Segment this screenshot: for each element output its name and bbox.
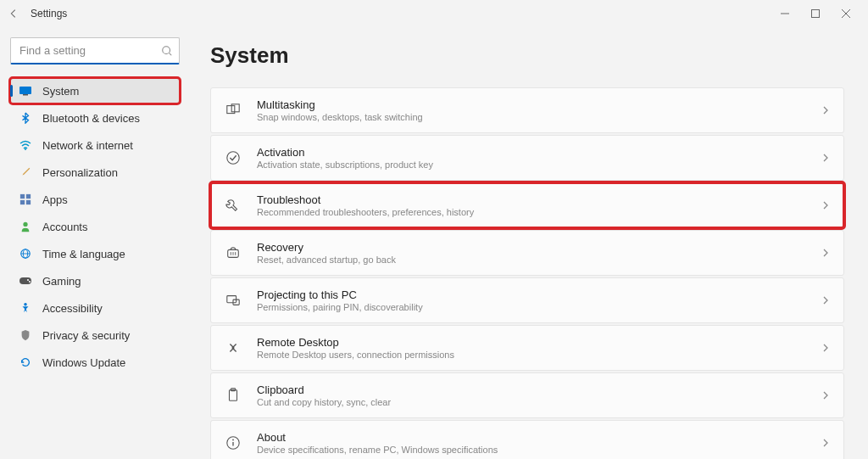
page-title: System bbox=[210, 42, 844, 69]
sidebar-item-label: Gaming bbox=[42, 275, 81, 288]
sidebar-item-label: Apps bbox=[42, 193, 68, 206]
chevron-right-icon bbox=[821, 390, 830, 400]
brush-icon bbox=[19, 165, 32, 179]
svg-rect-10 bbox=[26, 194, 31, 199]
setting-desc: Device specifications, rename PC, Window… bbox=[257, 445, 806, 455]
accessibility-icon bbox=[19, 301, 32, 315]
setting-row-troubleshoot[interactable]: TroubleshootRecommended troubleshooters,… bbox=[210, 182, 844, 228]
sidebar-item-bluetooth-devices[interactable]: Bluetooth & devices bbox=[10, 105, 180, 131]
svg-rect-12 bbox=[26, 200, 31, 204]
recovery-icon bbox=[225, 244, 242, 261]
sidebar-item-label: Accessibility bbox=[42, 302, 103, 315]
sidebar-item-label: Network & internet bbox=[42, 139, 133, 152]
setting-row-clipboard[interactable]: ClipboardCut and copy history, sync, cle… bbox=[210, 372, 844, 418]
setting-row-projecting-to-this-pc[interactable]: Projecting to this PCPermissions, pairin… bbox=[210, 277, 844, 323]
setting-desc: Remote Desktop users, connection permiss… bbox=[257, 350, 806, 360]
svg-point-8 bbox=[25, 148, 26, 150]
svg-rect-17 bbox=[19, 277, 31, 284]
remote-icon bbox=[225, 339, 242, 356]
search-icon bbox=[161, 45, 173, 57]
setting-desc: Activation state, subscriptions, product… bbox=[257, 160, 806, 170]
svg-rect-6 bbox=[19, 87, 31, 94]
multitasking-icon bbox=[225, 102, 242, 119]
search-input[interactable] bbox=[10, 37, 180, 64]
setting-row-multitasking[interactable]: MultitaskingSnap windows, desktops, task… bbox=[210, 87, 844, 133]
globe-icon bbox=[19, 247, 32, 260]
setting-title: Multitasking bbox=[257, 98, 806, 111]
setting-desc: Recommended troubleshooters, preferences… bbox=[257, 207, 806, 217]
update-icon bbox=[19, 355, 32, 369]
sidebar-item-accounts[interactable]: Accounts bbox=[10, 214, 180, 239]
sidebar-item-label: Time & language bbox=[42, 248, 125, 260]
setting-title: Remote Desktop bbox=[257, 336, 806, 349]
chevron-right-icon bbox=[821, 343, 830, 353]
sidebar-item-label: System bbox=[42, 85, 79, 98]
bluetooth-icon bbox=[19, 111, 32, 125]
svg-rect-11 bbox=[20, 200, 25, 204]
main-content: System MultitaskingSnap windows, desktop… bbox=[186, 27, 868, 459]
sidebar-item-personalization[interactable]: Personalization bbox=[10, 160, 180, 185]
setting-title: Clipboard bbox=[257, 383, 806, 396]
activation-icon bbox=[225, 149, 242, 166]
sidebar-item-label: Privacy & security bbox=[42, 329, 130, 342]
sidebar-item-network-internet[interactable]: Network & internet bbox=[10, 132, 180, 158]
sidebar-item-label: Windows Update bbox=[42, 356, 125, 369]
svg-rect-7 bbox=[23, 94, 28, 96]
sidebar-item-time-language[interactable]: Time & language bbox=[10, 241, 180, 266]
chevron-right-icon bbox=[821, 295, 830, 305]
sidebar-item-system[interactable]: System bbox=[10, 78, 180, 104]
about-icon bbox=[225, 434, 242, 451]
svg-point-19 bbox=[29, 281, 31, 283]
svg-point-23 bbox=[227, 152, 239, 164]
setting-title: Troubleshoot bbox=[257, 193, 806, 206]
wifi-icon bbox=[19, 138, 32, 152]
svg-line-5 bbox=[170, 53, 172, 56]
setting-row-about[interactable]: AboutDevice specifications, rename PC, W… bbox=[210, 420, 844, 459]
sidebar: SystemBluetooth & devicesNetwork & inter… bbox=[0, 27, 186, 459]
minimize-button[interactable] bbox=[770, 2, 800, 25]
back-button[interactable] bbox=[7, 7, 20, 20]
person-icon bbox=[19, 220, 32, 233]
setting-desc: Snap windows, desktops, task switching bbox=[257, 112, 806, 122]
setting-desc: Cut and copy history, sync, clear bbox=[257, 397, 806, 407]
gaming-icon bbox=[19, 274, 32, 288]
app-title: Settings bbox=[31, 8, 67, 20]
sidebar-item-apps[interactable]: Apps bbox=[10, 187, 180, 212]
setting-title: Recovery bbox=[257, 241, 806, 254]
setting-row-activation[interactable]: ActivationActivation state, subscription… bbox=[210, 135, 844, 181]
sidebar-item-privacy-security[interactable]: Privacy & security bbox=[10, 322, 180, 348]
setting-desc: Reset, advanced startup, go back bbox=[257, 255, 806, 265]
setting-row-recovery[interactable]: RecoveryReset, advanced startup, go back bbox=[210, 230, 844, 276]
setting-row-remote-desktop[interactable]: Remote DesktopRemote Desktop users, conn… bbox=[210, 325, 844, 371]
svg-rect-27 bbox=[230, 390, 237, 401]
svg-point-13 bbox=[23, 222, 27, 227]
setting-title: About bbox=[257, 431, 806, 444]
chevron-right-icon bbox=[821, 200, 830, 210]
titlebar: Settings bbox=[0, 0, 868, 27]
clipboard-icon bbox=[225, 387, 242, 404]
sidebar-item-label: Accounts bbox=[42, 221, 87, 233]
svg-point-18 bbox=[27, 279, 29, 281]
maximize-button[interactable] bbox=[800, 2, 831, 25]
shield-icon bbox=[19, 328, 32, 342]
sidebar-item-label: Bluetooth & devices bbox=[42, 112, 140, 125]
setting-title: Projecting to this PC bbox=[257, 288, 806, 301]
close-button[interactable] bbox=[831, 2, 861, 25]
sidebar-item-gaming[interactable]: Gaming bbox=[10, 268, 180, 294]
svg-point-20 bbox=[24, 303, 27, 306]
svg-point-30 bbox=[232, 439, 234, 441]
svg-rect-1 bbox=[812, 10, 820, 18]
setting-title: Activation bbox=[257, 146, 806, 159]
system-icon bbox=[19, 84, 32, 98]
chevron-right-icon bbox=[821, 105, 830, 115]
sidebar-item-windows-update[interactable]: Windows Update bbox=[10, 350, 180, 375]
svg-rect-9 bbox=[20, 194, 25, 199]
troubleshoot-icon bbox=[225, 197, 242, 214]
svg-point-4 bbox=[163, 47, 170, 54]
setting-desc: Permissions, pairing PIN, discoverabilit… bbox=[257, 302, 806, 312]
projecting-icon bbox=[225, 292, 242, 309]
chevron-right-icon bbox=[821, 248, 830, 258]
apps-icon bbox=[19, 193, 32, 206]
chevron-right-icon bbox=[821, 438, 830, 448]
sidebar-item-accessibility[interactable]: Accessibility bbox=[10, 295, 180, 321]
